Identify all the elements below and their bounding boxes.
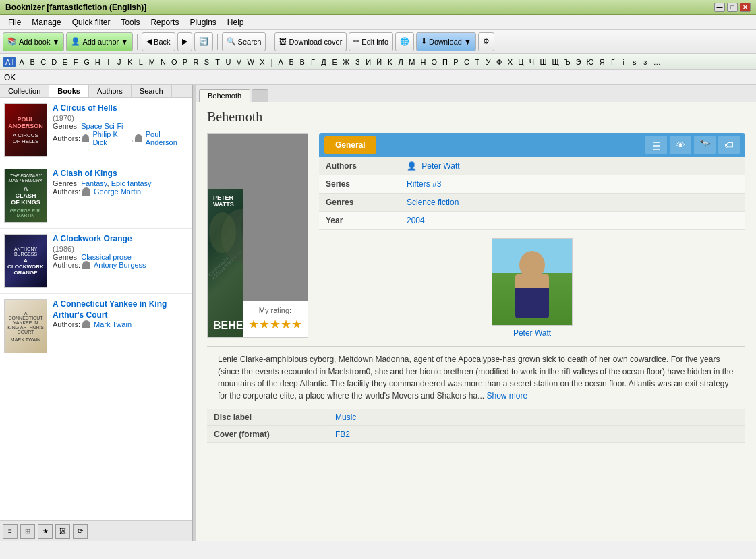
alpha-cyr-kh[interactable]: Х — [504, 57, 515, 67]
alpha-r[interactable]: R — [191, 57, 202, 67]
genre-epic[interactable]: Epic fantasy — [111, 179, 152, 187]
book-title-connecticut[interactable]: A Connecticut Yankee in King Arthur's Co… — [53, 299, 187, 320]
alpha-cyr-hard[interactable]: Ъ — [562, 57, 573, 67]
menu-help[interactable]: Help — [222, 16, 250, 28]
alpha-cyr-r[interactable]: Р — [450, 57, 461, 67]
alpha-cyr-k[interactable]: К — [384, 57, 395, 67]
alpha-cyr-zh[interactable]: Ж — [340, 57, 352, 67]
author-poul[interactable]: Poul Anderson — [146, 130, 187, 146]
forward-button[interactable]: ▶ — [177, 32, 192, 51]
info-value-authors[interactable]: 👤 Peter Watt — [400, 157, 745, 175]
info-icon-tag[interactable]: 🏷 — [718, 136, 740, 154]
info-tab-general[interactable]: General — [324, 136, 376, 154]
author-george[interactable]: George — [94, 187, 119, 196]
add-author-button[interactable]: 👤 Add author ▼ — [66, 32, 133, 51]
info-value-year[interactable]: 2004 — [400, 212, 745, 230]
tab-collection[interactable]: Collection — [0, 85, 49, 97]
maximize-button[interactable]: □ — [727, 3, 738, 12]
alpha-cyr-shch[interactable]: Щ — [550, 57, 562, 67]
alpha-f[interactable]: F — [70, 57, 81, 67]
list-item[interactable]: ANTHONY BURGESS A CLOCKWORK ORANGE A A C… — [0, 229, 192, 294]
list-item[interactable]: THE FANTASY MASTERWORK A CLASH OF KINGS … — [0, 163, 192, 229]
alpha-x[interactable]: X — [257, 57, 268, 67]
back-button[interactable]: ◀ Back — [142, 32, 175, 51]
alpha-cyr-ya[interactable]: Я — [597, 57, 608, 67]
disc-value[interactable]: Music — [328, 409, 745, 426]
alpha-j[interactable]: J — [114, 57, 125, 67]
alpha-h[interactable]: H — [92, 57, 103, 67]
menu-reports[interactable]: Reports — [145, 16, 184, 28]
download-button[interactable]: ⬇ Download ▼ — [416, 32, 476, 51]
author-antony[interactable]: Antony Burgess — [94, 261, 146, 269]
alpha-cyr-p[interactable]: П — [440, 57, 450, 67]
book-list[interactable]: POUL ANDERSON A CIRCUS OF HELLS A Circus… — [0, 98, 192, 520]
alpha-cyr-l[interactable]: Л — [395, 57, 406, 67]
alpha-cyr-yu[interactable]: Ю — [584, 57, 597, 67]
alpha-cyr-z[interactable]: З — [352, 57, 363, 67]
author-martin[interactable]: Martin — [121, 187, 142, 196]
menu-plugins[interactable]: Plugins — [184, 16, 221, 28]
alpha-cyr-s[interactable]: С — [461, 57, 472, 67]
alpha-cyr-u[interactable]: У — [483, 57, 494, 67]
refresh-button[interactable]: 🔄 — [194, 32, 213, 51]
alpha-all[interactable]: All — [3, 57, 16, 67]
edit-info-button[interactable]: ✏ Edit info — [349, 32, 393, 51]
alpha-more[interactable]: … — [651, 57, 664, 67]
tab-add[interactable]: + — [252, 89, 268, 102]
book-title-circus[interactable]: A Circus of Hells — [53, 103, 187, 114]
alpha-u[interactable]: U — [223, 57, 234, 67]
web-icon-button[interactable]: 🌐 — [395, 32, 414, 51]
alpha-cyr-a[interactable]: А — [275, 57, 286, 67]
show-more-link[interactable]: Show more — [487, 391, 528, 401]
book-title-clockwork[interactable]: A A Clockwork OrangeClockwork Orange — [53, 234, 187, 245]
alpha-cyr-i[interactable]: И — [363, 57, 374, 67]
cover-format-value[interactable]: FB2 — [328, 426, 745, 443]
info-icon-eye[interactable]: 👁 — [670, 136, 691, 154]
alpha-cyr-v[interactable]: В — [297, 57, 308, 67]
tab-behemoth[interactable]: Behemoth — [199, 89, 250, 102]
book-title-kings[interactable]: A Clash of Kings — [53, 169, 187, 179]
alpha-cyr-eh[interactable]: Э — [573, 57, 584, 67]
refresh-list-button[interactable]: ⟳ — [73, 524, 88, 539]
alpha-i[interactable]: I — [103, 57, 114, 67]
alpha-e[interactable]: E — [59, 57, 70, 67]
menu-file[interactable]: File — [3, 16, 26, 28]
alpha-cyr-n[interactable]: Н — [417, 57, 428, 67]
alpha-cyr-sh[interactable]: Ш — [537, 57, 549, 67]
star-button[interactable]: ★ — [38, 524, 53, 539]
alpha-d[interactable]: D — [49, 57, 59, 67]
alpha-m[interactable]: M — [146, 57, 158, 67]
settings-button[interactable]: ⚙ — [478, 32, 494, 51]
tab-search[interactable]: Search — [132, 85, 172, 97]
download-cover-button[interactable]: 🖼 Download cover — [274, 32, 347, 51]
menu-tools[interactable]: Tools — [115, 16, 145, 28]
alpha-o[interactable]: O — [169, 57, 180, 67]
alpha-cyr-ch[interactable]: Ч — [526, 57, 537, 67]
alpha-a[interactable]: A — [16, 57, 27, 67]
tab-books[interactable]: Books — [49, 85, 89, 97]
alpha-s[interactable]: S — [202, 57, 212, 67]
info-value-genres[interactable]: Science fiction — [400, 194, 745, 212]
alpha-cyr-m[interactable]: М — [406, 57, 417, 67]
alpha-cyr-g2[interactable]: Ґ — [608, 57, 618, 67]
info-icon-binoculars[interactable]: 🔭 — [694, 136, 716, 154]
genre-fantasy[interactable]: Fantasy — [81, 179, 107, 187]
alpha-cyr-dz[interactable]: ѕ — [629, 57, 640, 67]
alpha-cyr-ij[interactable]: Й — [374, 57, 384, 67]
view-list-button[interactable]: ≡ — [3, 524, 18, 539]
genre-classical[interactable]: Classical prose — [81, 253, 132, 261]
alpha-k[interactable]: K — [125, 57, 136, 67]
alpha-cyr-e[interactable]: Е — [329, 57, 340, 67]
alpha-cyr-d[interactable]: Д — [318, 57, 329, 67]
alpha-cyr-b[interactable]: Б — [286, 57, 297, 67]
genre-spacescifi[interactable]: Space Sci-Fi — [81, 122, 123, 130]
alpha-g[interactable]: G — [81, 57, 92, 67]
alpha-l[interactable]: L — [136, 57, 146, 67]
list-item[interactable]: POUL ANDERSON A CIRCUS OF HELLS A Circus… — [0, 98, 192, 163]
alpha-c[interactable]: C — [38, 57, 49, 67]
alpha-b[interactable]: B — [27, 57, 38, 67]
alpha-cyr-ts[interactable]: Ц — [515, 57, 526, 67]
add-book-button[interactable]: 📚 Add book ▼ — [3, 32, 64, 51]
alpha-cyr-t[interactable]: Т — [472, 57, 483, 67]
alpha-v[interactable]: V — [234, 57, 245, 67]
